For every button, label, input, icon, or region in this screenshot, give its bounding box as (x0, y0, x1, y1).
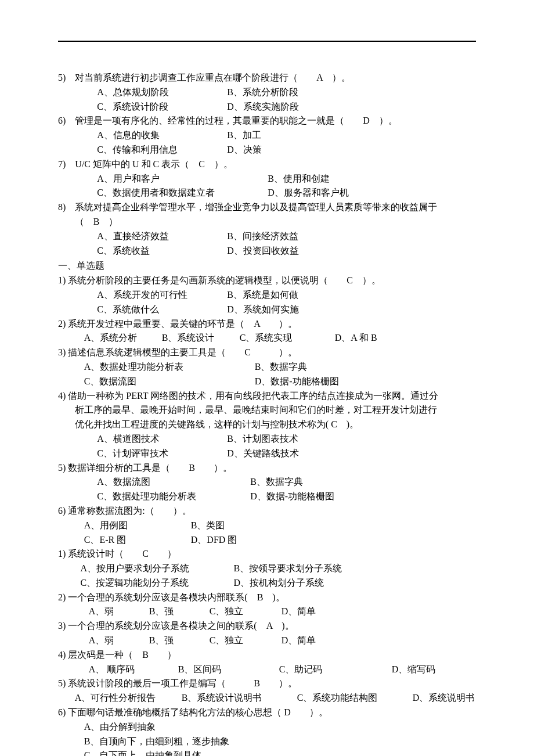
option-row: A、数据处理功能分析表 B、数据字典 (58, 360, 476, 375)
option-row: A、由分解到抽象 (58, 720, 476, 735)
opt-d: D、投资回收效益 (227, 246, 299, 255)
option-row: A、横道图技术 B、计划图表技术 (58, 432, 476, 447)
option-row: C、系统收益 D、投资回收效益 (58, 244, 476, 258)
opt-d: D、简单 (282, 635, 316, 645)
opt-a: A、横道图技术 (97, 432, 225, 447)
question: 6) 管理是一项有序化的、经常性的过程，其最重要的职能之一就是（ D ）。 (58, 114, 476, 128)
question: 6) 下面哪句话最准确地概括了结构化方法的核心思想（ D ）。 (58, 705, 476, 720)
opt-b: B、类图 (191, 520, 225, 530)
question: 1) 系统分析阶段的主要任务是勾画新系统的逻辑模型，以便说明（ C ）。 (58, 273, 476, 288)
opt-b: B、加工 (227, 130, 261, 140)
question: 2) 一个合理的系统划分应该是各模块内部联系( B )。 (58, 591, 476, 605)
opt-a: A、系统分析 (84, 331, 160, 345)
option-row: C、计划评审技术 D、关键路线技术 (58, 447, 476, 461)
opt-c: C、独立 (210, 604, 279, 619)
opt-a: A、弱 (89, 604, 147, 619)
opt-d: D、系统实施阶段 (227, 102, 299, 111)
opt-b: B、计划图表技术 (227, 434, 298, 444)
question-cont: 析工序的最早、最晚开始时间，最早、最晚结束时间和它们的时差，对工程开发计划进行 (58, 403, 476, 417)
option-row: A、系统开发的可行性 B、系统是如何做 (58, 288, 476, 303)
opt-b: B、系统是如何做 (227, 290, 298, 300)
option-row: A、用例图 B、类图 (58, 519, 476, 533)
opt-c: C、E-R 图 (84, 533, 189, 548)
opt-c: C、数据使用者和数据建立者 (97, 186, 265, 200)
opt-a: A、直接经济效益 (97, 229, 225, 244)
opt-b: B、间接经济效益 (227, 231, 298, 241)
option-row: A、用户和客户 B、使用和创建 (58, 172, 476, 186)
opt-d: D、数据-功能格栅图 (250, 491, 334, 501)
question: 5) 对当前系统进行初步调查工作应重点在哪个阶段进行（ A ）。 (58, 71, 476, 85)
opt-b: B、数据字典 (255, 362, 308, 372)
opt-d: D、A 和 B (335, 333, 377, 343)
opt-c: C、系统实现 (240, 331, 333, 345)
opt-d: D、DFD 图 (191, 535, 237, 545)
opt-b: B、强 (149, 633, 207, 648)
question: 7) U/C 矩阵中的 U 和 C 表示（ C ）。 (58, 157, 476, 172)
opt-c: C、数据处理功能分析表 (97, 489, 248, 504)
option-row: C、E-R 图 D、DFD 图 (58, 533, 476, 548)
opt-b: B、强 (149, 604, 207, 619)
opt-b: B、数据字典 (250, 477, 303, 487)
opt-b: B、使用和创建 (268, 174, 330, 183)
opt-c: C、系统设计阶段 (97, 100, 225, 114)
option-row: C、系统做什么 D、系统如何实施 (58, 303, 476, 317)
opt-a: A、按用户要求划分子系统 (80, 561, 231, 576)
option-row: A、按用户要求划分子系统 B、按领导要求划分子系统 (58, 561, 476, 576)
question-cont: （ B ） (58, 215, 476, 229)
opt-c: C、助记码 (279, 663, 389, 677)
option-row: A、信息的收集 B、加工 (58, 128, 476, 143)
question: 8) 系统对提高企业科学管理水平，增强企业竞争力以及提高管理人员素质等带来的收益… (58, 200, 476, 215)
opt-c: C、按逻辑功能划分子系统 (80, 576, 231, 591)
opt-a: A、可行性分析报告 (75, 691, 179, 705)
opt-a: A、由分解到抽象 (84, 722, 156, 732)
opt-c: C、自下而上，由抽象到具体 (84, 750, 202, 756)
opt-a: A、弱 (89, 633, 147, 648)
opt-a: A、数据流图 (97, 475, 248, 489)
opt-a: A、数据处理功能分析表 (84, 360, 252, 375)
opt-a: A、用户和客户 (97, 172, 265, 186)
opt-a: A、总体规划阶段 (97, 85, 225, 100)
option-row: A、直接经济效益 B、间接经济效益 (58, 229, 476, 244)
opt-c: C、传输和利用信息 (97, 143, 225, 157)
opt-d: D、按机构划分子系统 (233, 578, 324, 588)
opt-b: B、按领导要求划分子系统 (233, 563, 342, 573)
opt-c: C、系统做什么 (97, 303, 225, 317)
opt-d: D、决策 (227, 145, 262, 154)
option-row: C、按逻辑功能划分子系统 D、按机构划分子系统 (58, 576, 476, 591)
option-row: C、数据使用者和数据建立者 D、服务器和客户机 (58, 186, 476, 200)
question: 1) 系统设计时（ C ） (58, 547, 476, 561)
option-row: A、弱 B、强 C、独立 D、简单 (58, 633, 476, 648)
option-row: C、系统设计阶段 D、系统实施阶段 (58, 100, 476, 114)
question: 3) 一个合理的系统划分应该是各模块之间的联系( A )。 (58, 619, 476, 633)
option-row: A、总体规划阶段 B、系统分析阶段 (58, 85, 476, 100)
question: 5) 数据详细分析的工具是（ B ）。 (58, 461, 476, 476)
opt-b: B、系统设计 (162, 331, 237, 345)
opt-c: C、系统功能结构图 (297, 691, 410, 705)
question: 4) 层次码是一种（ B ） (58, 648, 476, 663)
opt-b: B、自顶向下，由细到粗，逐步抽象 (84, 736, 230, 746)
option-row: A、 顺序码 B、区间码 C、助记码 D、缩写码 (58, 663, 476, 677)
option-row: A、数据流图 B、数据字典 (58, 475, 476, 489)
option-row: A、可行性分析报告 B、系统设计说明书 C、系统功能结构图 D、系统说明书 (58, 691, 476, 705)
opt-a: A、 顺序码 (89, 663, 176, 677)
option-row: B、自顶向下，由细到粗，逐步抽象 (58, 735, 476, 749)
question: 2) 系统开发过程中最重要、最关键的环节是（ A ）。 (58, 317, 476, 332)
opt-d: D、数据-功能格栅图 (255, 376, 339, 386)
question: 6) 通常称数据流图为:（ ）。 (58, 504, 476, 519)
option-row: C、自下而上，由抽象到具体 (58, 748, 476, 756)
opt-d: D、系统如何实施 (227, 304, 299, 314)
top-rule (58, 41, 476, 42)
question: 5) 系统设计阶段的最后一项工作是编写（ B ）。 (58, 676, 476, 691)
opt-a: A、用例图 (84, 519, 189, 533)
opt-c: C、系统收益 (97, 244, 225, 258)
opt-a: A、系统开发的可行性 (97, 288, 225, 303)
opt-a: A、信息的收集 (97, 128, 225, 143)
opt-c: C、独立 (210, 633, 279, 648)
option-row: C、数据处理功能分析表 D、数据-功能格栅图 (58, 489, 476, 504)
option-row: A、弱 B、强 C、独立 D、简单 (58, 604, 476, 619)
opt-d: D、缩写码 (392, 664, 436, 674)
question: 4) 借助一种称为 PERT 网络图的技术，用有向线段把代表工序的结点连接成为一… (58, 389, 476, 404)
opt-c: C、数据流图 (84, 375, 252, 389)
section-heading: 一、单选题 (58, 259, 476, 273)
opt-d: D、系统说明书 (413, 693, 475, 703)
